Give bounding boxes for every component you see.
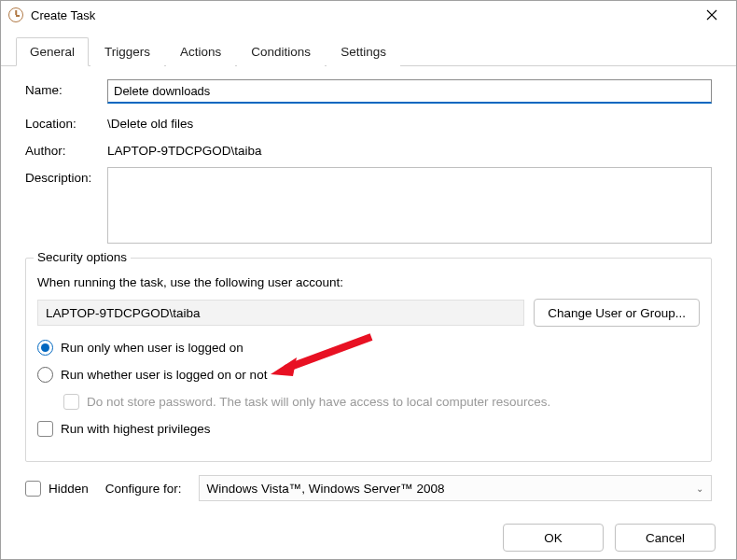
tab-triggers[interactable]: Triggers [90, 37, 164, 66]
dialog-footer: OK Cancel [1, 511, 736, 560]
highest-label: Run with highest privileges [61, 422, 211, 436]
configure-for-select[interactable]: Windows Vista™, Windows Server™ 2008 ⌄ [199, 475, 712, 501]
hidden-label: Hidden [49, 482, 89, 496]
author-value: LAPTOP-9TDCPGOD\taiba [107, 140, 712, 158]
description-label: Description: [25, 167, 107, 185]
tab-general[interactable]: General [16, 37, 89, 66]
chevron-down-icon: ⌄ [696, 483, 703, 494]
radio-icon-checked [37, 340, 53, 356]
tab-settings[interactable]: Settings [327, 37, 400, 66]
change-user-button[interactable]: Change User or Group... [534, 299, 700, 327]
location-label: Location: [25, 113, 107, 131]
ok-button[interactable]: OK [503, 524, 604, 552]
location-value: \Delete old files [107, 113, 712, 131]
security-options-group: Security options When running the task, … [25, 258, 712, 462]
create-task-window: Create Task General Triggers Actions Con… [0, 0, 737, 560]
task-scheduler-icon [8, 7, 23, 22]
radio-run-logged-on[interactable]: Run only when user is logged on [37, 340, 700, 356]
tab-content-general: Name: Location: \Delete old files Author… [1, 66, 736, 511]
name-input[interactable] [107, 79, 712, 104]
security-options-legend: Security options [34, 250, 131, 264]
user-account-display: LAPTOP-9TDCPGOD\taiba [37, 300, 524, 326]
tab-conditions[interactable]: Conditions [237, 37, 325, 66]
configure-for-label: Configure for: [105, 482, 182, 496]
no-store-label: Do not store password. The task will onl… [87, 395, 550, 409]
radio-run-logged-on-label: Run only when user is logged on [61, 341, 243, 355]
titlebar: Create Task [1, 1, 736, 29]
author-label: Author: [25, 140, 107, 158]
tab-actions[interactable]: Actions [166, 37, 235, 66]
checkbox-no-store-password: Do not store password. The task will onl… [63, 394, 700, 410]
radio-run-whether[interactable]: Run whether user is logged on or not [37, 367, 700, 383]
when-running-label: When running the task, use the following… [37, 275, 700, 289]
cancel-button[interactable]: Cancel [615, 524, 716, 552]
configure-for-value: Windows Vista™, Windows Server™ 2008 [207, 482, 445, 496]
checkbox-icon [25, 481, 41, 497]
radio-run-whether-label: Run whether user is logged on or not [61, 368, 267, 382]
name-label: Name: [25, 79, 107, 97]
checkbox-icon-disabled [63, 394, 79, 410]
tab-strip: General Triggers Actions Conditions Sett… [1, 29, 736, 66]
close-icon [706, 9, 717, 21]
description-input[interactable] [107, 167, 712, 244]
checkbox-highest-privileges[interactable]: Run with highest privileges [37, 421, 700, 437]
radio-icon-unchecked [37, 367, 53, 383]
window-title: Create Task [31, 8, 691, 22]
close-button[interactable] [691, 1, 732, 29]
checkbox-hidden[interactable]: Hidden [25, 481, 89, 497]
checkbox-icon [37, 421, 53, 437]
